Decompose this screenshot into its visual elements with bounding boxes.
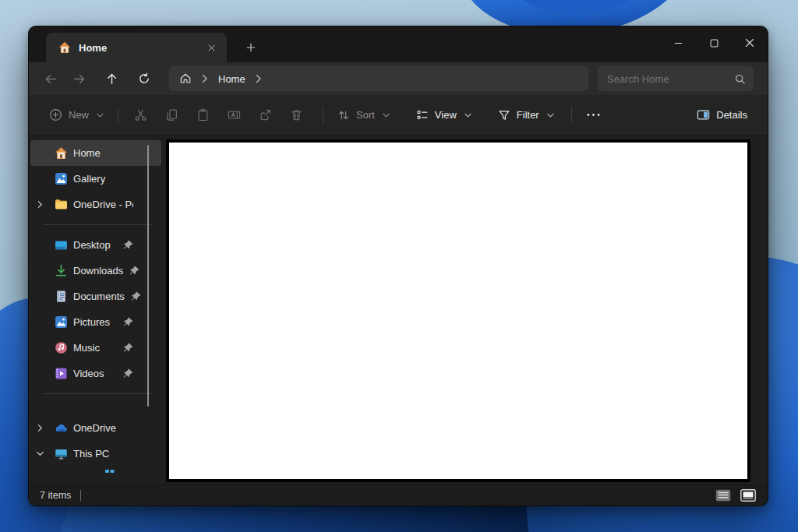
- pin-icon: [122, 240, 133, 251]
- chevron-down-icon: [97, 113, 104, 118]
- expand-chevron-icon[interactable]: [30, 200, 49, 209]
- thumbnail-view-button[interactable]: [738, 487, 758, 504]
- sidebar-item-label: Music: [73, 342, 100, 354]
- sidebar-divider: [43, 224, 152, 225]
- sidebar-divider: [43, 393, 152, 394]
- details-pane-icon: [697, 108, 710, 122]
- sidebar-item-label: Gallery: [73, 173, 105, 185]
- sidebar-item-label: Desktop: [73, 239, 111, 251]
- tab-close-button[interactable]: [202, 38, 221, 57]
- sidebar-item-documents[interactable]: Documents: [30, 284, 161, 309]
- details-button[interactable]: Details: [689, 102, 755, 129]
- sidebar-item-gallery[interactable]: Gallery: [30, 166, 161, 192]
- paste-icon: [196, 108, 210, 122]
- more-options-icon: [587, 113, 600, 117]
- sidebar-item-home[interactable]: Home: [30, 140, 161, 166]
- more-options-button[interactable]: [578, 102, 609, 129]
- pin-icon: [129, 266, 139, 277]
- sidebar-item-label: Videos: [73, 368, 104, 379]
- sidebar-item-videos[interactable]: Videos: [30, 361, 161, 386]
- sidebar-item-label: Home: [73, 147, 101, 159]
- folder-icon: [55, 198, 68, 211]
- list-view-icon: [715, 489, 731, 502]
- pin-icon: [130, 291, 141, 302]
- gallery-icon: [55, 172, 68, 185]
- up-button[interactable]: [97, 66, 125, 91]
- chevron-down-icon: [547, 113, 554, 118]
- sidebar-item-pictures[interactable]: Pictures: [30, 309, 161, 335]
- sidebar-item-label: This PC: [73, 448, 109, 460]
- share-button[interactable]: [249, 102, 281, 129]
- trash-icon: [290, 108, 303, 122]
- filter-button[interactable]: Filter: [490, 102, 562, 129]
- filter-icon: [498, 109, 510, 122]
- new-tab-button[interactable]: [239, 36, 263, 59]
- up-arrow-icon: [105, 72, 118, 86]
- chevron-right-icon: [202, 74, 208, 83]
- back-arrow-icon: [44, 72, 58, 86]
- tab-title: Home: [79, 42, 107, 54]
- sidebar-item-this-pc[interactable]: This PC: [30, 441, 161, 467]
- cut-button[interactable]: [125, 102, 156, 129]
- sidebar-item-music[interactable]: Music: [30, 335, 161, 361]
- music-icon: [55, 341, 68, 354]
- delete-button[interactable]: [281, 102, 312, 129]
- rename-icon: [228, 108, 241, 122]
- minimize-button[interactable]: [660, 26, 696, 59]
- videos-icon: [55, 367, 68, 380]
- view-button[interactable]: View: [408, 102, 479, 129]
- pin-icon: [122, 317, 133, 328]
- chevron-down-icon: [383, 113, 390, 118]
- pin-icon: [122, 368, 133, 379]
- status-divider: [80, 490, 81, 501]
- close-button[interactable]: [732, 26, 768, 59]
- sidebar-item-label: Pictures: [73, 316, 110, 328]
- content-pane-wrap: [164, 136, 768, 484]
- sidebar-item-onedrive[interactable]: OneDrive: [30, 415, 161, 441]
- navigation-sidebar: Home Gallery OneDrive - Perso: [29, 136, 164, 484]
- details-view-button[interactable]: [713, 487, 733, 504]
- close-icon: [207, 43, 217, 53]
- toolbar-divider: [571, 107, 572, 124]
- sidebar-item-downloads[interactable]: Downloads: [30, 258, 161, 284]
- copy-button[interactable]: [156, 102, 187, 129]
- home-icon: [58, 41, 71, 54]
- window-caption-controls: [660, 26, 768, 59]
- rename-button[interactable]: [218, 102, 249, 129]
- maximize-icon: [710, 39, 719, 48]
- home-icon: [55, 146, 68, 160]
- sidebar-scrollbar[interactable]: [147, 145, 149, 407]
- drive-icon: [104, 467, 116, 473]
- close-icon: [745, 38, 754, 48]
- documents-icon: [55, 290, 68, 303]
- refresh-button[interactable]: [130, 66, 158, 91]
- chevron-down-icon: [464, 113, 471, 118]
- back-button[interactable]: [37, 66, 65, 91]
- sidebar-item-desktop[interactable]: Desktop: [30, 232, 161, 258]
- share-icon: [259, 108, 272, 122]
- sort-button[interactable]: Sort: [330, 102, 397, 129]
- maximize-button[interactable]: [696, 26, 732, 59]
- paste-button[interactable]: [187, 102, 218, 129]
- view-icon: [416, 109, 429, 122]
- breadcrumb-home[interactable]: Home: [218, 73, 245, 85]
- thumbnail-view-icon: [740, 489, 756, 502]
- folder-content-area[interactable]: [166, 139, 750, 482]
- toolbar-divider: [118, 107, 118, 124]
- cut-icon: [134, 108, 147, 122]
- plus-icon: [245, 42, 256, 53]
- forward-button[interactable]: [65, 66, 93, 91]
- chevron-right-icon: [256, 74, 262, 83]
- address-bar[interactable]: Home: [169, 66, 588, 91]
- new-button[interactable]: New: [41, 102, 111, 129]
- sidebar-item-onedrive-personal[interactable]: OneDrive - Perso: [30, 192, 161, 217]
- this-pc-icon: [55, 447, 68, 460]
- search-box[interactable]: [598, 66, 754, 91]
- toolbar-divider: [323, 107, 323, 124]
- tab-home[interactable]: Home: [46, 33, 227, 62]
- command-toolbar: New Sort View: [29, 95, 768, 136]
- collapse-chevron-icon[interactable]: [30, 451, 49, 456]
- expand-chevron-icon[interactable]: [30, 424, 49, 432]
- search-input[interactable]: [607, 73, 734, 85]
- file-explorer-window: Home: [28, 26, 768, 506]
